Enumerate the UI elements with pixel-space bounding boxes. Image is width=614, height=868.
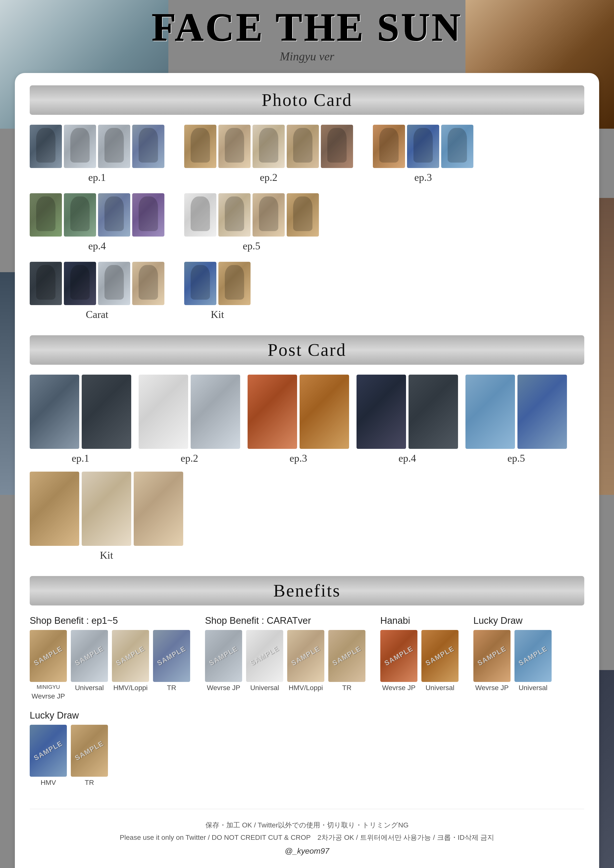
sample-watermark: SAMPLE: [33, 645, 64, 667]
shop-benefit-2-label: Shop Benefit : CARATver: [205, 615, 365, 626]
photo-card: [30, 193, 62, 237]
sample-watermark: SAMPLE: [331, 645, 362, 667]
benefit-card: SAMPLE: [421, 630, 459, 682]
benefit-item-hanabi-wevrse: SAMPLE Wevrse JP: [380, 630, 417, 692]
benefit-item-lucky-tr: SAMPLE TR: [71, 725, 108, 787]
photo-card: [184, 125, 216, 168]
photo-kit-label: Kit: [211, 308, 224, 321]
sample-watermark: SAMPLE: [33, 739, 64, 762]
photo-card: [30, 125, 62, 168]
benefit-card: SAMPLE: [473, 630, 510, 682]
footer: 保存・加工 OK / Twitter以外での使用・切り取り・トリミングNG Pl…: [30, 809, 584, 858]
photo-card-title: Photo Card: [30, 90, 584, 110]
benefit-card: SAMPLE: [71, 725, 108, 777]
store-label-hanabi-universal: Universal: [426, 684, 455, 692]
post-card-title: Post Card: [30, 340, 584, 360]
photo-card: [98, 193, 130, 237]
shop-benefit-1: Shop Benefit : ep1~5 SAMPLE MINIGYU Wevr…: [30, 615, 190, 708]
store-label-hmv-2: HMV/Loppi: [289, 684, 323, 692]
photo-card: [64, 262, 96, 305]
photo-card: [373, 125, 405, 168]
photo-ep5-photos: [184, 193, 319, 237]
lucky-draw-2-section: Lucky Draw SAMPLE HMV SAMPLE TR: [30, 710, 584, 794]
lucky-draw-2-row: SAMPLE HMV SAMPLE TR: [30, 725, 584, 787]
benefits-content: Shop Benefit : ep1~5 SAMPLE MINIGYU Wevr…: [30, 615, 584, 708]
photo-card-section: Photo Card ep.1: [30, 85, 584, 321]
post-ep1-label: ep.1: [72, 452, 89, 464]
photo-ep2-label: ep.2: [260, 172, 277, 183]
footer-line1: 保存・加工 OK / Twitter以外での使用・切り取り・トリミングNG: [30, 819, 584, 831]
benefit-item-hmv-2: SAMPLE HMV/Loppi: [287, 630, 324, 692]
photo-card: [407, 125, 439, 168]
photo-card-header: Photo Card: [30, 85, 584, 115]
photo-kit: Kit: [184, 262, 250, 321]
post-card: [409, 375, 458, 449]
photo-card: [287, 193, 319, 237]
sample-watermark: SAMPLE: [115, 645, 146, 667]
benefits-section: Benefits Shop Benefit : ep1~5 SAMPLE MIN…: [30, 576, 584, 794]
store-label-lucky-tr: TR: [85, 779, 94, 787]
post-ep3: ep.3: [247, 375, 349, 464]
post-ep4: ep.4: [356, 375, 458, 464]
photo-card: [287, 125, 319, 168]
photo-ep3-label: ep.3: [414, 172, 432, 183]
store-label-lucky-wevrse: Wevrse JP: [476, 684, 509, 692]
photo-card: [253, 193, 285, 237]
benefit-card: SAMPLE: [246, 630, 283, 682]
photo-card: [64, 125, 96, 168]
post-card: [191, 375, 240, 449]
post-card-section: Post Card ep.1 ep.2: [30, 335, 584, 561]
store-label-wevrsejp: Wevrse JP: [32, 692, 65, 700]
subtitle: Mingyu ver: [15, 50, 599, 63]
footer-line2: Please use it only on Twitter / DO NOT C…: [30, 831, 584, 844]
store-label-wevrse-jp-2: Wevrse JP: [207, 684, 240, 692]
shop-benefit-1-label: Shop Benefit : ep1~5: [30, 615, 190, 626]
store-label-hanabi-wevrse: Wevrse JP: [382, 684, 416, 692]
benefit-card: SAMPLE: [30, 725, 67, 777]
photo-card: [132, 193, 165, 237]
sample-watermark: SAMPLE: [290, 645, 321, 667]
benefit-card: SAMPLE: [30, 630, 67, 682]
benefit-item-lucky-wevrse: SAMPLE Wevrse JP: [473, 630, 510, 692]
photo-ep1: ep.1: [30, 125, 165, 183]
post-ep2: ep.2: [138, 375, 240, 464]
photo-ep-row-3: Carat Kit: [30, 262, 584, 321]
post-card: [30, 375, 79, 449]
store-label-lucky-universal: Universal: [519, 684, 548, 692]
sample-watermark: SAMPLE: [156, 645, 187, 667]
sample-watermark: SAMPLE: [424, 645, 455, 667]
benefit-card: SAMPLE: [380, 630, 417, 682]
benefit-card: SAMPLE: [328, 630, 365, 682]
photo-ep-row-2: ep.4 ep.5: [30, 193, 584, 252]
hanabi-label: Hanabi: [380, 615, 459, 626]
photo-ep3-photos: [373, 125, 473, 168]
benefit-item-hmv-1: SAMPLE HMV/Loppi: [112, 630, 149, 692]
benefit-item-wevrse-jp-1: SAMPLE MINIGYU Wevrse JP: [30, 630, 67, 700]
shop-benefit-2-row: SAMPLE Wevrse JP SAMPLE Universal: [205, 630, 365, 692]
photo-ep2: ep.2: [184, 125, 353, 183]
post-card: [518, 375, 567, 449]
photo-ep1-label: ep.1: [88, 172, 106, 183]
photo-card: [184, 193, 216, 237]
photo-carat: Carat: [30, 262, 165, 321]
benefit-card: SAMPLE: [153, 630, 190, 682]
shop-benefit-2: Shop Benefit : CARATver SAMPLE Wevrse JP…: [205, 615, 365, 699]
photo-ep3: ep.3: [373, 125, 473, 183]
title-area: FACE THE SUN Mingyu ver: [15, 0, 599, 68]
benefit-card: SAMPLE: [71, 630, 108, 682]
photo-card: [132, 262, 165, 305]
store-label: MINIGYU: [37, 684, 60, 690]
post-ep3-label: ep.3: [289, 452, 307, 464]
store-label-hmv-1: HMV/Loppi: [113, 684, 148, 692]
lucky-draw-1-row: SAMPLE Wevrse JP SAMPLE Universal: [473, 630, 552, 692]
store-label-lucky-hmv: HMV: [40, 779, 56, 787]
footer-handle: @_kyeom97: [30, 844, 584, 858]
benefit-item-universal-2: SAMPLE Universal: [246, 630, 283, 692]
photo-card: [184, 262, 216, 305]
benefit-item-lucky-universal: SAMPLE Universal: [515, 630, 552, 692]
post-card: [82, 375, 131, 449]
photo-ep4-label: ep.4: [88, 240, 106, 252]
photo-card: [441, 125, 473, 168]
benefit-item-wevrse-jp-2: SAMPLE Wevrse JP: [205, 630, 242, 692]
post-card: [247, 375, 297, 449]
